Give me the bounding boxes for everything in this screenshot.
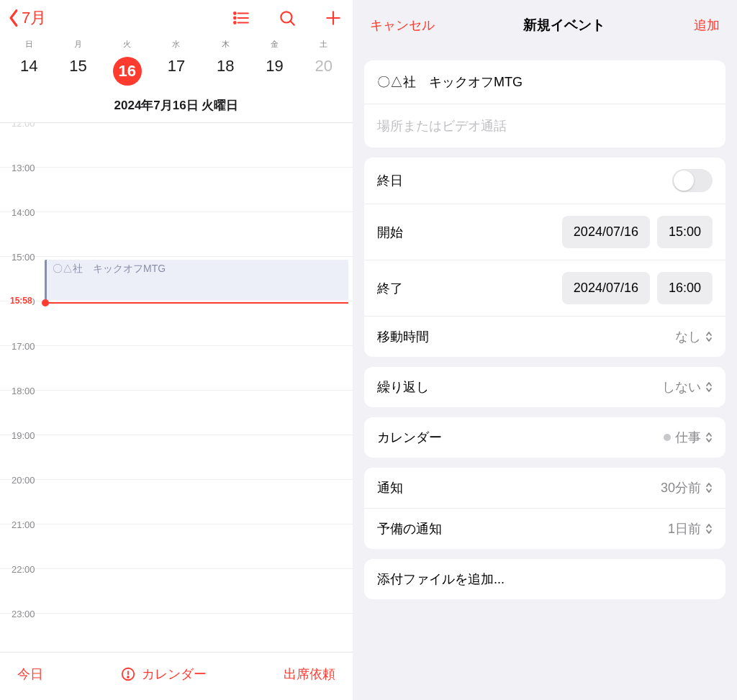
weekday-label: 火 xyxy=(103,35,152,51)
calendars-button[interactable]: カレンダー xyxy=(120,665,207,683)
calendar-event[interactable]: 〇△社 キックオフMTG xyxy=(45,260,348,300)
location-field[interactable]: 場所またはビデオ通話 xyxy=(364,104,520,147)
schedule-timeline[interactable]: 12:00 13:00 14:00 15:00 16:00 17:00 18:0… xyxy=(0,122,353,652)
attachment-group: 添付ファイルを追加... xyxy=(364,559,725,599)
alert-circle-icon xyxy=(120,666,136,682)
alert-value: 30分前 xyxy=(661,479,713,496)
cancel-button[interactable]: キャンセル xyxy=(370,17,435,34)
today-button[interactable]: 今日 xyxy=(17,665,43,683)
hour-label: 14:00 xyxy=(0,206,45,250)
start-time-picker[interactable]: 15:00 xyxy=(657,216,713,248)
hour-label: 12:00 xyxy=(0,122,45,160)
calendar-day-view: 7月 日 月 火 水 木 金 土 14 15 16 17 18 19 20 20… xyxy=(0,0,353,700)
selected-date-label: 2024年7月16日 火曜日 xyxy=(0,97,353,122)
second-alert-label: 予備の通知 xyxy=(377,520,442,537)
inbox-button[interactable]: 出席依頼 xyxy=(284,665,335,683)
travel-value: なし xyxy=(675,328,713,345)
travel-label: 移動時間 xyxy=(377,328,429,345)
date-cell[interactable]: 14 xyxy=(4,53,53,90)
weekday-label: 水 xyxy=(152,35,201,51)
weekday-label: 土 xyxy=(299,35,348,51)
date-row: 14 15 16 17 18 19 20 xyxy=(0,51,353,97)
svg-point-12 xyxy=(127,676,129,678)
hour-label: 22:00 xyxy=(0,563,45,606)
end-row: 終了 2024/07/16 16:00 xyxy=(364,260,725,316)
start-label: 開始 xyxy=(377,224,403,241)
start-pills: 2024/07/16 15:00 xyxy=(562,216,713,248)
alert-label: 通知 xyxy=(377,479,403,496)
date-cell[interactable]: 18 xyxy=(201,53,250,90)
svg-point-5 xyxy=(234,22,236,24)
current-time-label: 15:58 xyxy=(10,296,32,306)
second-alert-row[interactable]: 予備の通知 1日前 xyxy=(364,508,725,549)
travel-time-row[interactable]: 移動時間 なし xyxy=(364,316,725,357)
unfold-icon xyxy=(705,331,713,342)
svg-point-3 xyxy=(234,12,236,14)
svg-line-7 xyxy=(290,21,294,24)
date-cell[interactable]: 19 xyxy=(250,53,299,90)
weekday-row: 日 月 火 水 木 金 土 xyxy=(0,35,353,51)
alerts-group: 通知 30分前 予備の通知 1日前 xyxy=(364,468,725,549)
add-event-icon[interactable] xyxy=(324,9,343,27)
svg-point-4 xyxy=(234,17,236,19)
calendar-footer: 今日 カレンダー 出席依頼 xyxy=(0,652,353,700)
hour-label: 13:00 xyxy=(0,161,45,205)
hour-label: 20:00 xyxy=(0,473,45,517)
allday-label: 終日 xyxy=(377,172,403,189)
list-view-icon[interactable] xyxy=(232,9,250,27)
end-label: 終了 xyxy=(377,280,403,297)
calendar-row[interactable]: カレンダー 仕事 xyxy=(364,417,725,458)
datetime-group: 終日 開始 2024/07/16 15:00 終了 2024/07/16 16:… xyxy=(364,158,725,357)
weekday-label: 木 xyxy=(201,35,250,51)
back-to-month-button[interactable]: 7月 xyxy=(7,7,46,29)
hour-label: 19:00 xyxy=(0,429,45,473)
repeat-group: 繰り返し しない xyxy=(364,367,725,407)
calendars-label: カレンダー xyxy=(142,665,207,683)
alert-row[interactable]: 通知 30分前 xyxy=(364,468,725,508)
sheet-header: キャンセル 新規イベント 追加 xyxy=(353,0,737,50)
search-icon[interactable] xyxy=(278,9,297,27)
allday-row: 終日 xyxy=(364,158,725,204)
end-time-picker[interactable]: 16:00 xyxy=(657,272,713,304)
end-date-picker[interactable]: 2024/07/16 xyxy=(562,272,650,304)
second-alert-value: 1日前 xyxy=(668,520,713,537)
repeat-row[interactable]: 繰り返し しない xyxy=(364,367,725,407)
repeat-value: しない xyxy=(662,378,713,396)
start-date-picker[interactable]: 2024/07/16 xyxy=(562,216,650,248)
header-actions xyxy=(232,9,343,27)
unfold-icon xyxy=(705,381,713,393)
title-location-group: 〇△社 キックオフMTG 場所またはビデオ通話 xyxy=(364,60,725,147)
event-title: 〇△社 キックオフMTG xyxy=(53,263,166,274)
unfold-icon xyxy=(705,523,713,535)
repeat-label: 繰り返し xyxy=(377,378,429,396)
hour-label: 15:00 xyxy=(0,250,45,294)
add-attachment-row[interactable]: 添付ファイルを追加... xyxy=(364,559,725,599)
date-cell[interactable]: 17 xyxy=(152,53,201,90)
add-attachment-label: 添付ファイルを追加... xyxy=(377,571,505,588)
unfold-icon xyxy=(705,432,713,443)
new-event-sheet: キャンセル 新規イベント 追加 〇△社 キックオフMTG 場所またはビデオ通話 … xyxy=(353,0,737,700)
calendar-header: 7月 xyxy=(0,0,353,35)
chevron-left-icon xyxy=(7,9,20,27)
date-cell[interactable]: 15 xyxy=(53,53,102,90)
hour-label: 18:00 xyxy=(0,384,45,428)
hour-label: 23:00 xyxy=(0,607,45,651)
start-row: 開始 2024/07/16 15:00 xyxy=(364,204,725,260)
weekday-label: 日 xyxy=(4,35,53,51)
event-title-field[interactable]: 〇△社 キックオフMTG xyxy=(364,60,725,104)
unfold-icon xyxy=(705,482,713,494)
calendar-color-dot xyxy=(664,434,671,441)
back-month-label: 7月 xyxy=(22,7,46,29)
add-button[interactable]: 追加 xyxy=(694,17,720,34)
allday-switch[interactable] xyxy=(672,169,713,192)
calendar-label: カレンダー xyxy=(377,429,442,446)
weekday-label: 金 xyxy=(250,35,299,51)
date-cell-selected[interactable]: 16 xyxy=(103,53,152,90)
sheet-title: 新規イベント xyxy=(523,16,605,35)
calendar-group: カレンダー 仕事 xyxy=(364,417,725,458)
hour-label: 17:00 xyxy=(0,340,45,383)
hour-label: 21:00 xyxy=(0,518,45,562)
date-cell[interactable]: 20 xyxy=(299,53,348,90)
calendar-value: 仕事 xyxy=(664,429,713,446)
end-pills: 2024/07/16 16:00 xyxy=(562,272,713,304)
